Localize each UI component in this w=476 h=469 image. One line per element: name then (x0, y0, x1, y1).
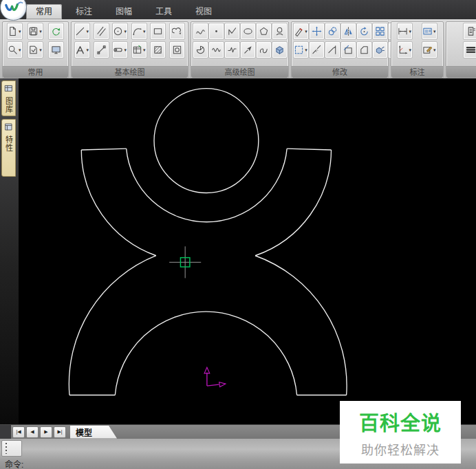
tab-home[interactable]: 常用 (26, 4, 62, 19)
revision-cloud-button[interactable] (169, 23, 185, 40)
parallel-line-button[interactable] (94, 23, 109, 40)
ellipse-icon (243, 26, 253, 36)
wave-button[interactable] (208, 41, 224, 58)
drawing-entity-collar-outer-left[interactable] (81, 150, 156, 256)
dropdown-arrow-icon[interactable]: ▾ (86, 47, 89, 53)
arrow-button[interactable] (240, 41, 256, 58)
dropdown-arrow-icon[interactable]: ▾ (124, 47, 127, 53)
doc-settings-button[interactable] (463, 23, 476, 40)
drawing-entity-collar-outer-right[interactable] (255, 150, 332, 256)
drawing-canvas[interactable] (19, 78, 476, 424)
line-width-button[interactable] (463, 41, 476, 58)
drawing-entity-leg-outer-left[interactable] (69, 256, 156, 395)
pie-button[interactable] (193, 41, 208, 58)
dropdown-arrow-icon[interactable]: ▾ (409, 47, 411, 53)
dropdown-arrow-icon[interactable]: ▾ (305, 29, 307, 34)
spline-button[interactable] (193, 23, 208, 40)
circle-button[interactable]: ▾ (112, 23, 128, 40)
dropdown-arrow-icon[interactable]: ▾ (124, 29, 127, 34)
drawing-entity-collar-inner-arc[interactable] (127, 149, 288, 222)
line-button[interactable]: ▾ (74, 23, 90, 40)
save-button[interactable]: ▾ (28, 23, 43, 40)
polygon-icon (259, 26, 269, 36)
explode-button[interactable] (372, 41, 388, 58)
point-button[interactable] (208, 23, 224, 40)
prev-sheet-button[interactable]: ◀ (26, 426, 39, 438)
app-logo-icon[interactable] (0, 0, 27, 21)
parallel-line-icon (96, 26, 107, 36)
dropdown-arrow-icon[interactable]: ▾ (19, 29, 21, 34)
arc-button[interactable]: ▾ (131, 23, 147, 40)
pie-icon (195, 45, 206, 55)
text-button[interactable]: ▾ (74, 41, 90, 58)
dropdown-arrow-icon[interactable]: ▾ (305, 47, 307, 53)
polygon-button[interactable] (256, 23, 272, 40)
fixture-button[interactable] (272, 23, 288, 40)
ribbon-group: ▾▾▾▾标注 (391, 21, 444, 78)
side-tab-library[interactable]: 图库 (1, 80, 16, 116)
chamfer-button[interactable] (356, 41, 372, 58)
move-button[interactable] (309, 23, 325, 40)
new-doc-button[interactable]: ▾ (7, 23, 23, 40)
dropdown-arrow-icon[interactable]: ▾ (143, 47, 146, 53)
dropdown-arrow-icon[interactable]: ▾ (39, 29, 42, 34)
tab-annotate[interactable]: 标注 (66, 4, 102, 19)
tab-view[interactable]: 视图 (186, 4, 221, 19)
trim-button[interactable] (340, 41, 356, 58)
display-button[interactable] (48, 41, 64, 58)
frame-button[interactable]: ▾ (422, 23, 437, 40)
hatch-button[interactable] (150, 41, 166, 58)
print-preview-icon (28, 45, 39, 55)
ribbon-toolbar: ▾▾▾▾常用▾▾▾▾▾▾基本绘图高级绘图▾▾修改▾▾▾▾标注 (0, 19, 476, 78)
drawing-entity-right-horn-top[interactable] (287, 149, 331, 150)
dropdown-arrow-icon[interactable]: ▾ (39, 47, 42, 53)
ellipse-button[interactable] (240, 23, 256, 40)
block-button[interactable]: ▾ (131, 41, 147, 58)
drawing-entity-left-horn-top[interactable] (81, 149, 126, 150)
last-sheet-button[interactable]: ▶| (54, 426, 66, 438)
side-tab-properties[interactable]: 特性 (1, 119, 16, 177)
tab-bar-cap (0, 425, 11, 439)
mirror-button[interactable] (340, 23, 356, 40)
drawing-entity-head-circle[interactable] (154, 89, 259, 193)
solid-button[interactable] (272, 41, 288, 58)
dropdown-arrow-icon[interactable]: ▾ (433, 47, 436, 53)
point-line-button[interactable] (94, 41, 109, 58)
tab-tools[interactable]: 工具 (146, 4, 182, 19)
dropdown-arrow-icon[interactable]: ▾ (433, 29, 436, 34)
rotate-button[interactable] (356, 23, 372, 40)
refresh-button[interactable] (48, 23, 64, 40)
first-sheet-button[interactable]: |◀ (12, 426, 25, 438)
dim-edit-button[interactable]: ▾ (422, 41, 437, 58)
array-button[interactable] (372, 23, 388, 40)
scribble-button[interactable] (256, 41, 272, 58)
library-icon (4, 83, 13, 96)
chamfer-icon (359, 45, 369, 55)
next-sheet-button[interactable]: ▶ (40, 426, 52, 438)
print-preview-button[interactable]: ▾ (28, 41, 43, 58)
command-window-grip[interactable] (1, 440, 22, 457)
model-tab[interactable]: 模型 (70, 426, 117, 439)
zoom-button[interactable]: ▾ (7, 41, 23, 58)
dropdown-arrow-icon[interactable]: ▾ (86, 29, 89, 34)
region-button[interactable] (169, 41, 185, 58)
dropdown-arrow-icon[interactable]: ▾ (19, 47, 21, 53)
slot-button[interactable]: ▾ (112, 41, 128, 58)
polyline-button[interactable] (224, 23, 240, 40)
dropdown-arrow-icon[interactable]: ▾ (409, 29, 411, 34)
rectangle-button[interactable] (150, 23, 166, 40)
copy-button[interactable] (325, 23, 340, 40)
drawing-entity-leg-outer-right[interactable] (255, 256, 347, 395)
zigzag-button[interactable] (224, 41, 240, 58)
coordinate-button[interactable]: ▾ (397, 41, 413, 58)
drawing-entity-inner-arch[interactable] (115, 312, 296, 395)
tab-sheet[interactable]: 图幅 (106, 4, 142, 19)
extend-button[interactable] (325, 41, 340, 58)
ribbon-group-label: 修改 (292, 66, 388, 78)
dimension-button[interactable]: ▾ (397, 23, 413, 40)
scale-button[interactable]: ▾ (293, 41, 309, 58)
erase-button[interactable]: ▾ (293, 23, 309, 40)
break-button[interactable] (309, 41, 325, 58)
rectangle-icon (153, 26, 163, 36)
dropdown-arrow-icon[interactable]: ▾ (143, 29, 146, 34)
